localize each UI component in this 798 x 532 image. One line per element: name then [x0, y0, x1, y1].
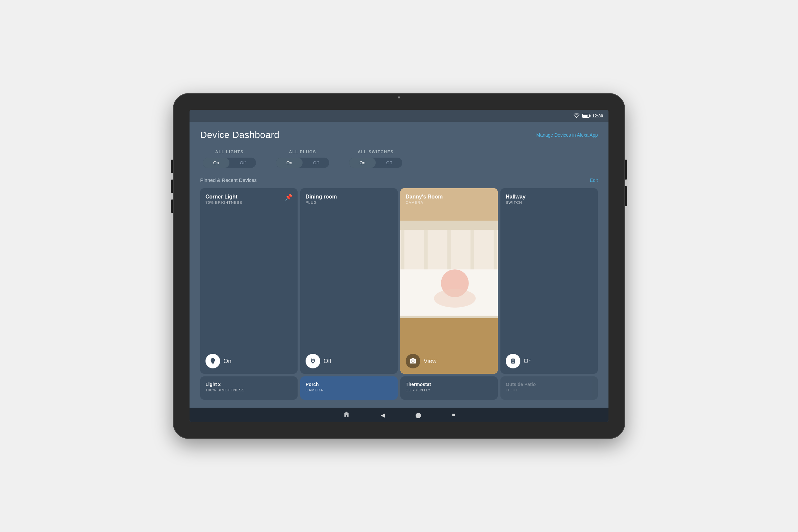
power-button[interactable]: [171, 159, 173, 173]
light2-type: 100% BRIGHTNESS: [206, 388, 292, 392]
bottom-nav: ◀ ⬤ ■: [190, 407, 608, 422]
svg-rect-18: [512, 362, 514, 363]
back-nav-button[interactable]: ◀: [379, 410, 387, 420]
volume-up-button[interactable]: [625, 159, 627, 179]
all-switches-label: ALL SWITCHES: [358, 150, 394, 154]
thermostat-card-partial[interactable]: Thermostat CURRENTLY: [400, 376, 498, 400]
porch-type: CAMERA: [306, 388, 392, 392]
header: Device Dashboard Manage Devices in Alexa…: [200, 130, 598, 140]
hallway-card-bottom: On: [506, 354, 592, 368]
hallway-name: Hallway: [506, 193, 526, 200]
hallway-card-top: Hallway SWITCH: [506, 193, 592, 205]
thermostat-name: Thermostat: [406, 382, 492, 387]
all-lights-off-btn[interactable]: Off: [229, 158, 256, 168]
svg-rect-10: [400, 221, 498, 230]
svg-point-15: [412, 360, 414, 362]
all-lights-on-btn[interactable]: On: [203, 158, 229, 168]
all-switches-off-btn[interactable]: Off: [376, 158, 402, 168]
device-grid: Corner Light 70% BRIGHTNESS 📌 On: [200, 188, 598, 374]
all-switches-control: ALL SWITCHES On Off: [349, 150, 402, 168]
corner-light-card-bottom: On: [206, 354, 292, 368]
corner-light-card[interactable]: Corner Light 70% BRIGHTNESS 📌 On: [200, 188, 298, 374]
all-plugs-label: ALL PLUGS: [289, 150, 316, 154]
main-content: Device Dashboard Manage Devices in Alexa…: [190, 122, 608, 407]
all-controls: ALL LIGHTS On Off ALL PLUGS On Off ALL S…: [200, 150, 598, 168]
dannys-room-icon-circle: [406, 354, 420, 368]
dannys-room-name: Danny's Room: [406, 193, 442, 200]
bulb-icon: [209, 358, 216, 365]
outside-patio-type: Light: [506, 388, 592, 392]
dannys-room-type: CAMERA: [406, 201, 442, 205]
hallway-icon-circle: [506, 354, 520, 368]
all-lights-toggle: On Off: [203, 158, 256, 168]
home-nav-button[interactable]: ⬤: [413, 410, 423, 420]
porch-card-partial[interactable]: Porch CAMERA: [300, 376, 398, 400]
front-camera: [398, 96, 400, 98]
vol-left-down[interactable]: [171, 200, 173, 213]
porch-name: Porch: [306, 382, 392, 387]
volume-down-button[interactable]: [625, 186, 627, 206]
dining-room-type: PLUG: [306, 201, 337, 205]
outside-patio-card-partial[interactable]: Outside Patio Light: [500, 376, 598, 400]
dining-room-icon-circle: [306, 354, 320, 368]
plug-icon: [309, 358, 316, 364]
dannys-room-card-bottom: View: [406, 354, 492, 368]
manage-devices-link[interactable]: Manage Devices in Alexa App: [536, 132, 598, 138]
pin-icon: 📌: [285, 193, 292, 201]
hallway-type: SWITCH: [506, 201, 526, 205]
outside-patio-name: Outside Patio: [506, 382, 592, 387]
battery-icon: [582, 114, 590, 118]
thermostat-type: CURRENTLY: [406, 388, 492, 392]
dannys-room-card-top: Danny's Room CAMERA: [406, 193, 492, 205]
light2-card-partial[interactable]: Light 2 100% BRIGHTNESS: [200, 376, 298, 400]
dining-room-card[interactable]: Dining room PLUG Off: [300, 188, 398, 374]
light2-name: Light 2: [206, 382, 292, 387]
vol-left-up[interactable]: [171, 179, 173, 193]
corner-light-type: 70% BRIGHTNESS: [206, 201, 242, 205]
svg-point-14: [434, 289, 476, 307]
corner-light-icon-circle: [206, 354, 220, 368]
all-plugs-off-btn[interactable]: Off: [303, 158, 329, 168]
corner-light-name: Corner Light: [206, 193, 242, 200]
svg-rect-17: [512, 359, 514, 361]
corner-light-card-top: Corner Light 70% BRIGHTNESS 📌: [206, 193, 292, 205]
dining-room-name: Dining room: [306, 193, 337, 200]
page-title: Device Dashboard: [200, 130, 279, 140]
wifi-icon: [573, 113, 580, 119]
dannys-room-bg: [400, 188, 498, 374]
home-nav-icon[interactable]: [341, 408, 352, 421]
stop-nav-button[interactable]: ■: [450, 410, 457, 420]
dannys-room-status: View: [424, 358, 437, 365]
camera-icon: [409, 358, 417, 365]
status-time: 12:30: [592, 113, 603, 118]
hallway-status: On: [524, 358, 532, 365]
edit-pinned-link[interactable]: Edit: [590, 177, 598, 183]
hallway-card[interactable]: Hallway SWITCH On: [500, 188, 598, 374]
all-switches-on-btn[interactable]: On: [349, 158, 376, 168]
dining-room-card-top: Dining room PLUG: [306, 193, 392, 205]
status-icons: 12:30: [573, 113, 603, 119]
tablet-screen: 12:30 Device Dashboard Manage Devices in…: [190, 110, 608, 422]
pinned-section-header: Pinned & Recent Devices Edit: [200, 177, 598, 183]
pinned-section-title: Pinned & Recent Devices: [200, 177, 257, 183]
all-lights-control: ALL LIGHTS On Off: [203, 150, 256, 168]
status-bar: 12:30: [190, 110, 608, 122]
corner-light-status: On: [224, 358, 231, 365]
all-plugs-on-btn[interactable]: On: [276, 158, 303, 168]
all-lights-label: ALL LIGHTS: [215, 150, 243, 154]
switch-icon: [510, 358, 516, 364]
all-plugs-toggle: On Off: [276, 158, 329, 168]
dining-room-status: Off: [324, 358, 331, 365]
all-switches-toggle: On Off: [349, 158, 402, 168]
all-plugs-control: ALL PLUGS On Off: [276, 150, 329, 168]
dining-room-card-bottom: Off: [306, 354, 392, 368]
crib-illustration: [400, 188, 498, 374]
device-grid-bottom: Light 2 100% BRIGHTNESS Porch CAMERA The…: [200, 376, 598, 400]
tablet-device: 12:30 Device Dashboard Manage Devices in…: [173, 93, 625, 439]
dannys-room-card[interactable]: Danny's Room CAMERA View: [400, 188, 498, 374]
